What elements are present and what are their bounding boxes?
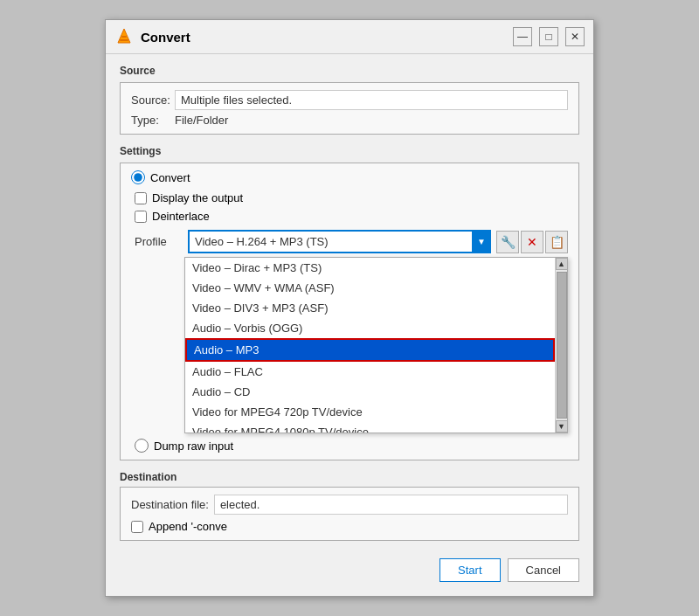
scrollbar-up-button[interactable]: ▲ <box>556 258 568 270</box>
profile-label: Profile <box>135 235 183 248</box>
destination-section: Destination Destination file: Append '-c… <box>120 471 579 541</box>
convert-radio-row: Convert <box>131 170 568 184</box>
type-key-label: Type: <box>131 114 175 127</box>
append-checkbox[interactable] <box>131 521 143 533</box>
svg-rect-2 <box>121 36 127 38</box>
display-output-label: Display the output <box>152 191 243 204</box>
dropdown-item[interactable]: Video for MPEG4 1080p TV/device <box>185 422 555 433</box>
scrollbar-down-button[interactable]: ▼ <box>556 420 568 433</box>
maximize-button[interactable]: □ <box>539 27 558 46</box>
minimize-button[interactable]: — <box>513 27 532 46</box>
profile-select[interactable]: Video – H.264 + MP3 (TS) <box>188 230 491 253</box>
dropdown-list: Video – Dirac + MP3 (TS) Video – WMV + W… <box>184 257 568 433</box>
type-row: Type: File/Folder <box>131 114 568 127</box>
dropdown-items: Video – Dirac + MP3 (TS) Video – WMV + W… <box>185 258 555 433</box>
source-key-label: Source: <box>131 93 175 107</box>
source-section: Source: Type: File/Folder <box>120 82 579 135</box>
deinterlace-row: Deinterlace <box>135 210 568 223</box>
destination-label: Destination <box>120 471 579 483</box>
settings-section: Convert Display the output Deinterlace P… <box>120 163 579 460</box>
dropdown-list-inner: Video – Dirac + MP3 (TS) Video – WMV + W… <box>185 258 567 433</box>
dump-raw-row: Dump raw input <box>135 439 568 453</box>
profile-edit-button[interactable]: 📋 <box>545 231 568 253</box>
dropdown-item[interactable]: Audio – Vorbis (OGG) <box>185 318 555 338</box>
dropdown-item[interactable]: Audio – FLAC <box>185 362 555 382</box>
deinterlace-label: Deinterlace <box>152 210 210 223</box>
title-controls: — □ ✕ <box>513 27 585 46</box>
window-title: Convert <box>141 30 190 45</box>
type-value: File/Folder <box>175 114 228 127</box>
profile-dropdown-wrapper: Video – H.264 + MP3 (TS) ▼ <box>188 230 491 253</box>
window-body: Source Source: Type: File/Folder Setting… <box>106 54 593 596</box>
dropdown-item-selected[interactable]: Audio – MP3 <box>185 338 555 362</box>
profile-wrench-button[interactable]: 🔧 <box>496 231 519 253</box>
dest-file-row: Destination file: <box>131 495 568 515</box>
dest-file-label: Destination file: <box>131 498 209 511</box>
dump-raw-radio[interactable] <box>135 439 149 453</box>
cancel-button[interactable]: Cancel <box>508 558 579 582</box>
append-row: Append '-conve <box>131 520 568 533</box>
display-output-checkbox[interactable] <box>135 192 147 204</box>
profile-row: Profile Video – H.264 + MP3 (TS) ▼ 🔧 ✕ 📋 <box>135 230 568 253</box>
source-section-label: Source <box>120 65 579 77</box>
vlc-icon <box>114 27 134 46</box>
source-row: Source: <box>131 90 568 110</box>
dump-raw-label: Dump raw input <box>154 440 233 453</box>
footer-row: Start Cancel <box>120 551 579 585</box>
title-left: Convert <box>114 27 190 46</box>
dropdown-item[interactable]: Video – Dirac + MP3 (TS) <box>185 258 555 278</box>
convert-radio-label: Convert <box>150 171 190 184</box>
dropdown-item[interactable]: Video – DIV3 + MP3 (ASF) <box>185 298 555 318</box>
settings-section-label: Settings <box>120 145 579 157</box>
profile-delete-button[interactable]: ✕ <box>521 231 543 253</box>
title-bar: Convert — □ ✕ <box>106 20 593 54</box>
dropdown-item[interactable]: Audio – CD <box>185 382 555 402</box>
dropdown-item[interactable]: Video – WMV + WMA (ASF) <box>185 278 555 298</box>
deinterlace-checkbox[interactable] <box>135 211 147 223</box>
scrollbar-thumb[interactable] <box>557 272 567 419</box>
close-button[interactable]: ✕ <box>565 27 585 46</box>
start-button[interactable]: Start <box>439 558 500 582</box>
svg-rect-1 <box>120 39 128 41</box>
destination-border: Destination file: Append '-conve <box>120 487 579 541</box>
scrollbar: ▲ ▼ <box>555 258 567 433</box>
convert-window: Convert — □ ✕ Source Source: Type: File/… <box>105 19 594 597</box>
dropdown-item[interactable]: Video for MPEG4 720p TV/device <box>185 402 555 422</box>
convert-radio[interactable] <box>131 170 145 184</box>
source-value-input[interactable] <box>175 90 568 110</box>
display-output-row: Display the output <box>135 191 568 204</box>
dest-file-input[interactable] <box>214 495 568 515</box>
profile-actions: 🔧 ✕ 📋 <box>496 231 568 253</box>
append-label: Append '-conve <box>149 520 227 533</box>
